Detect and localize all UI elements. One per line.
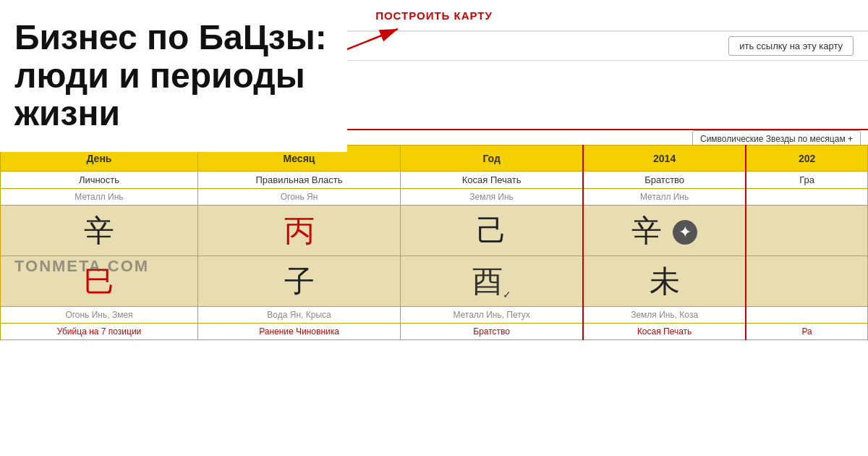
- cell-heavenly-2014: 辛 ✦: [583, 206, 746, 256]
- cell-heavenly-next: [746, 206, 867, 256]
- build-map-button[interactable]: ПОСТРОИТЬ КАРТУ: [375, 9, 493, 22]
- cell-elem1-year: Земля Инь: [401, 189, 584, 206]
- cell-heavenly-day: 辛: [1, 206, 198, 256]
- cell-elem2-next: [746, 307, 867, 324]
- cell-star-year: Братство: [401, 324, 584, 340]
- table-row-role: Личность Правильная Власть Косая Печать …: [1, 172, 868, 189]
- heavenly-month-char: 丙: [284, 214, 315, 248]
- earthly-2014-char: 未: [650, 264, 680, 298]
- cell-role-2014: Братство: [583, 172, 746, 189]
- cell-star-next: Ра: [746, 324, 867, 340]
- share-bar: ить ссылку на эту карту: [275, 32, 868, 61]
- bazi-table-container: День Месяц Год 2014 202 Личность Правиль…: [0, 145, 868, 456]
- col-header-2014: 2014: [583, 145, 746, 172]
- col-header-next: 202: [746, 145, 867, 172]
- earthly-year-char: 酉✓: [472, 264, 511, 298]
- cell-heavenly-year: 己: [401, 206, 584, 256]
- sparkle-icon: ✦: [673, 220, 697, 245]
- cell-star-day: Убийца на 7 позиции: [1, 324, 198, 340]
- heavenly-day-char: 辛: [84, 214, 114, 248]
- page-title: Бизнес по БаЦзы: люди и периоды жизни: [14, 19, 333, 133]
- cell-role-month: Правильная Власть: [197, 172, 400, 189]
- cell-earthly-year: 酉✓: [401, 256, 584, 307]
- cell-heavenly-month: 丙: [197, 206, 400, 256]
- heavenly-2014-char: 辛: [631, 214, 662, 248]
- share-link-button[interactable]: ить ссылку на эту карту: [728, 36, 854, 56]
- earthly-month-char: 子: [284, 264, 315, 298]
- cell-elem2-year: Металл Инь, Петух: [401, 307, 584, 324]
- cell-elem2-2014: Земля Инь, Коза: [583, 307, 746, 324]
- cell-elem2-month: Вода Ян, Крыса: [197, 307, 400, 324]
- cell-earthly-next: [746, 256, 867, 307]
- table-row-element1: Металл Инь Огонь Ян Земля Инь Металл Инь: [1, 189, 868, 206]
- table-row-earthly: 巳 子 酉✓ 未: [1, 256, 868, 307]
- col-header-year: Год: [401, 145, 584, 172]
- bazi-table: День Месяц Год 2014 202 Личность Правиль…: [0, 145, 868, 340]
- cell-elem1-month: Огонь Ян: [197, 189, 400, 206]
- cell-role-year: Косая Печать: [401, 172, 584, 189]
- table-row-heavenly: 辛 丙 己 辛 ✦: [1, 206, 868, 256]
- cell-elem1-day: Металл Инь: [1, 189, 198, 206]
- cell-role-day: Личность: [1, 172, 198, 189]
- cell-star-month: Ранение Чиновника: [197, 324, 400, 340]
- earthly-day-char: 巳: [84, 264, 114, 298]
- table-row-element2: Огонь Инь, Змея Вода Ян, Крыса Металл Ин…: [1, 307, 868, 324]
- cell-star-2014: Косая Печать: [583, 324, 746, 340]
- cell-elem2-day: Огонь Инь, Змея: [1, 307, 198, 324]
- table-row-star: Убийца на 7 позиции Ранение Чиновника Бр…: [1, 324, 868, 340]
- title-overlay: Бизнес по БаЦзы: люди и периоды жизни: [0, 0, 347, 152]
- cell-role-next: Гра: [746, 172, 867, 189]
- cell-earthly-day: 巳: [1, 256, 198, 307]
- cell-elem1-2014: Металл Инь: [583, 189, 746, 206]
- heavenly-year-char: 己: [477, 214, 507, 248]
- cell-earthly-2014: 未: [583, 256, 746, 307]
- cell-earthly-month: 子: [197, 256, 400, 307]
- cell-elem1-next: [746, 189, 867, 206]
